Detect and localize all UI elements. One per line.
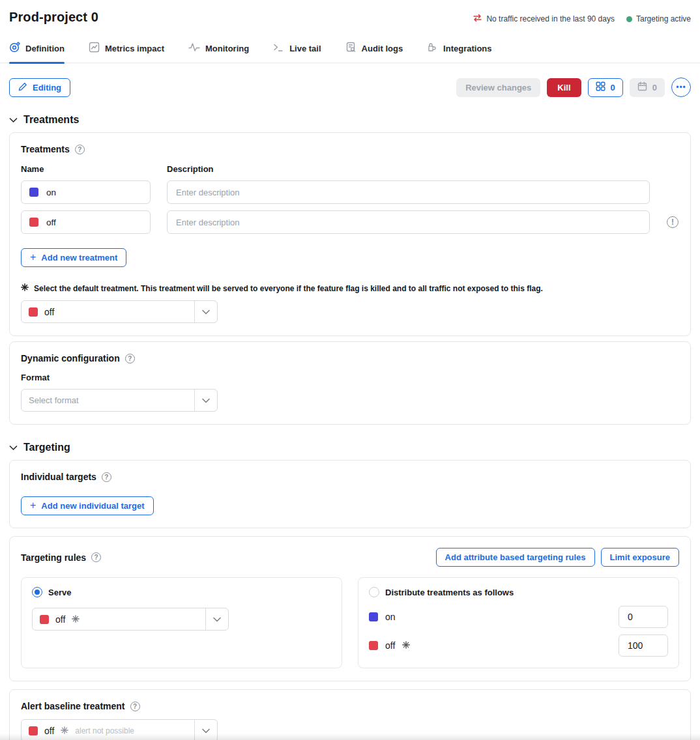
description-column-label: Description [167, 164, 214, 174]
distribution-percentage-input[interactable] [619, 634, 668, 657]
treatment-name-field[interactable] [21, 180, 151, 204]
tab-definition[interactable]: Definition [9, 42, 65, 63]
pencil-icon [18, 82, 27, 93]
radio-unselected-icon[interactable] [369, 587, 379, 597]
distribute-label: Distribute treatments as follows [385, 588, 514, 597]
chevron-down-icon [194, 390, 217, 411]
help-icon[interactable]: ? [75, 145, 85, 154]
default-treatment-select[interactable]: off [21, 300, 218, 323]
distribution-row: on [369, 606, 668, 628]
add-individual-target-label: Add new individual target [41, 501, 144, 511]
terminal-icon [273, 42, 284, 54]
asterisk-icon [72, 614, 80, 625]
default-treatment-value: off [44, 307, 54, 317]
distribution-treatment-name: off [385, 640, 395, 651]
distribute-option[interactable]: Distribute treatments as follows [369, 587, 668, 597]
targeting-section-title: Targeting [23, 442, 70, 453]
traffic-status-text: No traffic received in the last 90 days [486, 14, 615, 23]
serve-option[interactable]: Serve [32, 587, 331, 597]
definition-target-icon [9, 42, 20, 55]
tab-live-tail[interactable]: Live tail [273, 42, 321, 63]
treatment-color-swatch [40, 615, 49, 624]
chevron-down-icon [205, 608, 228, 630]
green-dot-icon [626, 16, 632, 22]
grid-icon [596, 81, 605, 93]
targeting-section-header[interactable]: Targeting [9, 442, 691, 453]
alert-baseline-title: Alert baseline treatment [21, 701, 125, 711]
treatment-color-swatch [369, 641, 378, 650]
alert-baseline-value: off [44, 726, 54, 736]
review-changes-label: Review changes [465, 83, 531, 92]
treatments-section-title: Treatments [23, 114, 79, 126]
versions-button[interactable]: 0 [588, 78, 623, 97]
kill-label: Kill [557, 83, 570, 92]
alert-baseline-card: Alert baseline treatment ? off alert not… [9, 689, 691, 740]
treatment-row: ! [21, 210, 679, 234]
add-individual-target-button[interactable]: + Add new individual target [21, 496, 154, 515]
format-select-placeholder: Select format [29, 395, 79, 405]
targeting-rules-card: Targeting rules ? Add attribute based ta… [9, 536, 691, 681]
help-icon[interactable]: ? [130, 702, 140, 711]
scheduled-button[interactable]: 0 [630, 78, 665, 97]
serve-treatment-select[interactable]: off [32, 608, 229, 631]
treatment-description-input[interactable] [167, 210, 650, 234]
ellipsis-icon: ••• [676, 83, 686, 92]
default-treatment-note-text: Select the default treatment. This treat… [34, 284, 543, 293]
treatment-color-swatch [29, 188, 38, 197]
page-title: Prod-project 0 [9, 10, 98, 25]
limit-exposure-button[interactable]: Limit exposure [601, 548, 679, 567]
serve-panel: Serve off [21, 577, 342, 668]
treatment-description-input[interactable] [167, 180, 650, 204]
help-icon[interactable]: ? [91, 552, 101, 562]
distribute-panel: Distribute treatments as follows on off [358, 577, 679, 668]
editing-button[interactable]: Editing [9, 78, 70, 97]
radio-selected-icon[interactable] [32, 587, 42, 597]
audit-document-icon [345, 42, 357, 55]
more-options-button[interactable]: ••• [671, 78, 691, 97]
review-changes-button[interactable]: Review changes [456, 78, 540, 97]
targeting-rules-title: Targeting rules [21, 552, 86, 563]
treatments-section-header[interactable]: Treatments [9, 114, 691, 126]
calendar-icon [637, 81, 647, 93]
status-group: No traffic received in the last 90 days … [473, 14, 691, 24]
chevron-down-icon [194, 301, 217, 322]
tab-metrics-impact[interactable]: Metrics impact [89, 42, 164, 63]
treatment-name-input[interactable] [46, 188, 142, 197]
format-select[interactable]: Select format [21, 389, 218, 412]
page-header: Prod-project 0 No traffic received in th… [9, 0, 691, 25]
treatment-row [21, 180, 679, 204]
dynamic-configuration-title: Dynamic configuration [21, 353, 120, 363]
help-icon[interactable]: ? [102, 472, 111, 482]
add-attribute-rules-button[interactable]: Add attribute based targeting rules [436, 548, 595, 567]
treatment-color-swatch [29, 307, 38, 317]
tab-label: Audit logs [362, 44, 403, 53]
plus-icon: + [30, 252, 36, 263]
tab-audit-logs[interactable]: Audit logs [345, 42, 403, 63]
tab-monitoring[interactable]: Monitoring [188, 42, 249, 63]
add-new-treatment-label: Add new treatment [41, 253, 117, 263]
treatment-name-input[interactable] [46, 218, 142, 227]
targeting-status: Targeting active [626, 14, 691, 23]
chevron-down-icon [9, 442, 18, 453]
kill-button[interactable]: Kill [547, 78, 581, 97]
tab-label: Monitoring [205, 44, 249, 53]
tab-label: Live tail [289, 44, 321, 53]
distribution-percentage-input[interactable] [619, 606, 668, 628]
treatment-color-swatch [369, 612, 378, 621]
swap-arrows-icon [473, 14, 482, 24]
help-icon[interactable]: ? [125, 354, 135, 363]
pulse-icon [188, 42, 200, 54]
page: Prod-project 0 No traffic received in th… [0, 0, 700, 740]
alert-baseline-select[interactable]: off alert not possible [21, 719, 218, 740]
name-column-label: Name [21, 164, 167, 174]
traffic-status: No traffic received in the last 90 days [473, 14, 615, 24]
chevron-down-icon [9, 114, 18, 126]
tab-integrations[interactable]: Integrations [427, 42, 491, 63]
plus-icon: + [30, 500, 36, 511]
asterisk-icon [402, 640, 410, 651]
versions-count: 0 [611, 83, 615, 92]
add-new-treatment-button[interactable]: + Add new treatment [21, 248, 126, 267]
add-attribute-rules-label: Add attribute based targeting rules [445, 552, 586, 562]
treatments-card: Treatments ? Name Description ! + [9, 132, 691, 336]
treatment-name-field[interactable] [21, 210, 151, 234]
